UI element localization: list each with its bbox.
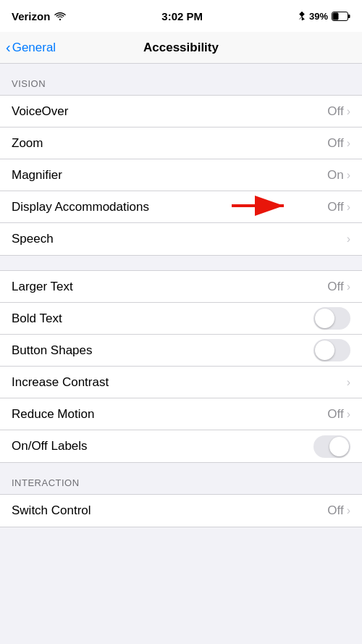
display-accommodations-value: Off [327, 200, 343, 214]
carrier-label: Verizon [12, 10, 50, 22]
list-item[interactable]: Reduce Motion Off › [0, 398, 362, 430]
back-label: General [12, 41, 56, 55]
content: VISION VoiceOver Off › Zoom Off › Magnif… [0, 64, 362, 644]
section-header-interaction: INTERACTION [0, 463, 362, 494]
chevron-right-icon: › [347, 201, 350, 214]
list-item[interactable]: VoiceOver Off › [0, 96, 362, 127]
button-shapes-toggle[interactable] [313, 339, 350, 361]
chevron-right-icon: › [347, 169, 350, 182]
list-item[interactable]: Switch Control Off › [0, 495, 362, 527]
chevron-right-icon: › [347, 105, 350, 118]
wifi-icon [54, 12, 66, 20]
back-button[interactable]: ‹ General [6, 40, 56, 56]
larger-text-value: Off [327, 280, 343, 294]
toggle-knob [315, 309, 334, 328]
display-accommodations-label: Display Accommodations [12, 200, 149, 214]
button-shapes-label: Button Shapes [12, 343, 93, 358]
switch-control-right: Off › [327, 503, 350, 518]
reduce-motion-value: Off [327, 407, 343, 422]
svg-rect-3 [348, 14, 350, 18]
speech-right: › [347, 233, 350, 246]
zoom-right: Off › [327, 136, 350, 151]
list-item[interactable]: Larger Text Off › [0, 271, 362, 303]
back-chevron-icon: ‹ [6, 39, 11, 56]
bluetooth-icon [298, 11, 306, 21]
increase-contrast-right: › [347, 376, 350, 389]
battery-icon [332, 12, 350, 21]
zoom-value: Off [327, 136, 343, 151]
zoom-label: Zoom [12, 136, 43, 151]
voiceover-label: VoiceOver [12, 104, 68, 119]
red-arrow-icon [232, 195, 297, 217]
chevron-right-icon: › [347, 233, 350, 246]
voiceover-value: Off [327, 104, 343, 119]
bold-text-row[interactable]: Bold Text [0, 303, 362, 335]
bold-text-toggle[interactable] [313, 307, 350, 330]
chevron-right-icon: › [347, 137, 350, 150]
status-bar: Verizon 3:02 PM 39% [0, 0, 362, 32]
status-right: 39% [298, 11, 350, 22]
list-item[interactable]: Speech › [0, 223, 362, 255]
bold-text-label: Bold Text [12, 311, 62, 326]
text-display-group: Larger Text Off › Bold Text Button Shape… [0, 270, 362, 463]
magnifier-label: Magnifier [12, 168, 62, 183]
vision-group: VoiceOver Off › Zoom Off › Magnifier On … [0, 95, 362, 256]
battery-level: 39% [309, 11, 328, 22]
speech-label: Speech [12, 232, 54, 246]
onoff-labels-label: On/Off Labels [12, 439, 88, 453]
chevron-right-icon: › [347, 504, 350, 517]
page-title: Accessibility [143, 41, 219, 55]
voiceover-right: Off › [327, 104, 350, 119]
toggle-knob [315, 340, 334, 360]
status-time: 3:02 PM [161, 10, 203, 22]
svg-point-0 [59, 19, 61, 20]
reduce-motion-right: Off › [327, 407, 350, 422]
magnifier-right: On › [327, 168, 350, 183]
display-accommodations-right: Off › [327, 200, 350, 214]
section-spacer [0, 256, 362, 270]
display-accommodations-row[interactable]: Display Accommodations Off › [0, 191, 362, 223]
increase-contrast-label: Increase Contrast [12, 375, 109, 390]
nav-bar: ‹ General Accessibility [0, 32, 362, 64]
onoff-labels-toggle[interactable] [313, 435, 350, 458]
reduce-motion-label: Reduce Motion [12, 407, 94, 422]
switch-control-value: Off [327, 503, 343, 518]
button-shapes-row[interactable]: Button Shapes [0, 335, 362, 367]
chevron-right-icon: › [347, 408, 350, 421]
chevron-right-icon: › [347, 376, 350, 389]
onoff-labels-row[interactable]: On/Off Labels [0, 430, 362, 462]
svg-rect-2 [333, 12, 339, 20]
chevron-right-icon: › [347, 280, 350, 293]
list-item[interactable]: Magnifier On › [0, 159, 362, 191]
interaction-group: Switch Control Off › [0, 494, 362, 527]
list-item[interactable]: Zoom Off › [0, 127, 362, 159]
larger-text-right: Off › [327, 280, 350, 294]
section-header-vision: VISION [0, 64, 362, 95]
red-arrow-annotation [232, 195, 297, 219]
list-item[interactable]: Increase Contrast › [0, 367, 362, 398]
toggle-knob [329, 437, 349, 456]
larger-text-label: Larger Text [12, 280, 73, 294]
switch-control-label: Switch Control [12, 503, 91, 518]
status-left: Verizon [12, 10, 66, 22]
magnifier-value: On [327, 168, 344, 183]
